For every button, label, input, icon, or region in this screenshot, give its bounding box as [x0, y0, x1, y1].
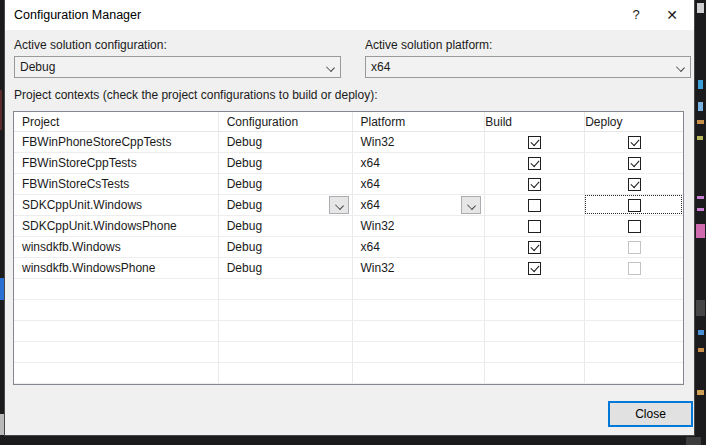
deploy-checkbox[interactable]: [628, 220, 641, 233]
project-cell[interactable]: SDKCppUnit.Windows: [14, 195, 219, 216]
build-cell[interactable]: [485, 132, 585, 153]
background-app-sliver: [698, 348, 704, 352]
empty-cell: [14, 279, 219, 300]
project-cell[interactable]: winsdkfb.Windows: [14, 237, 219, 258]
empty-cell: [353, 342, 486, 363]
table-row: SDKCppUnit.WindowsPhoneDebugWin32: [14, 216, 683, 237]
configuration-cell[interactable]: Debug: [219, 195, 353, 216]
configuration-cell[interactable]: Debug: [219, 216, 353, 237]
column-header-build[interactable]: Build: [485, 112, 585, 132]
deploy-cell[interactable]: [585, 153, 683, 174]
deploy-checkbox[interactable]: [628, 157, 641, 170]
build-cell[interactable]: [485, 195, 585, 216]
empty-cell: [219, 300, 353, 321]
empty-cell: [353, 321, 486, 342]
build-cell[interactable]: [485, 174, 585, 195]
deploy-checkbox[interactable]: [628, 136, 641, 149]
close-button[interactable]: Close: [608, 401, 693, 427]
deploy-cell[interactable]: [585, 216, 683, 237]
close-icon[interactable]: ✕: [656, 0, 688, 30]
build-checkbox[interactable]: [528, 136, 541, 149]
table-row: FBWinPhoneStoreCppTestsDebugWin32: [14, 132, 683, 153]
build-checkbox[interactable]: [528, 199, 541, 212]
background-app-sliver: [697, 3, 704, 13]
help-icon[interactable]: ?: [620, 0, 652, 30]
empty-cell: [219, 363, 353, 384]
build-cell[interactable]: [485, 216, 585, 237]
configuration-cell[interactable]: Debug: [219, 174, 353, 195]
platform-cell[interactable]: Win32: [353, 132, 486, 153]
empty-cell: [353, 363, 486, 384]
build-checkbox[interactable]: [528, 220, 541, 233]
empty-cell: [585, 363, 683, 384]
empty-table-row: [14, 279, 683, 300]
empty-cell: [485, 300, 585, 321]
background-app-sliver: [0, 90, 2, 130]
grid-header: ProjectConfigurationPlatformBuildDeploy: [14, 112, 683, 132]
project-cell[interactable]: SDKCppUnit.WindowsPhone: [14, 216, 219, 237]
empty-cell: [585, 279, 683, 300]
project-cell[interactable]: winsdkfb.WindowsPhone: [14, 258, 219, 279]
active-solution-platform-select[interactable]: x64: [365, 56, 691, 78]
deploy-cell[interactable]: [585, 258, 683, 279]
build-cell[interactable]: [485, 258, 585, 279]
project-cell[interactable]: FBWinStoreCsTests: [14, 174, 219, 195]
column-header-project[interactable]: Project: [14, 112, 219, 132]
empty-cell: [219, 342, 353, 363]
deploy-checkbox[interactable]: [628, 178, 641, 191]
project-cell[interactable]: FBWinStoreCppTests: [14, 153, 219, 174]
background-app-sliver: [697, 196, 704, 199]
build-cell[interactable]: [485, 237, 585, 258]
build-checkbox[interactable]: [528, 241, 541, 254]
configuration-dropdown-button[interactable]: [329, 196, 349, 214]
column-header-platform[interactable]: Platform: [353, 112, 486, 132]
platform-cell[interactable]: Win32: [353, 216, 486, 237]
empty-cell: [219, 279, 353, 300]
column-header-configuration[interactable]: Configuration: [219, 112, 353, 132]
platform-cell[interactable]: x64: [353, 195, 486, 216]
build-checkbox[interactable]: [528, 178, 541, 191]
grid-body: FBWinPhoneStoreCppTestsDebugWin32FBWinSt…: [14, 132, 683, 384]
empty-cell: [485, 321, 585, 342]
empty-cell: [485, 363, 585, 384]
table-row: SDKCppUnit.WindowsDebugx64: [14, 195, 683, 216]
background-app-sliver: [696, 300, 705, 316]
deploy-cell[interactable]: [585, 237, 683, 258]
empty-table-row: [14, 321, 683, 342]
platform-dropdown-button[interactable]: [461, 196, 481, 214]
deploy-cell[interactable]: [585, 195, 683, 216]
background-app-sliver: [697, 120, 704, 124]
empty-cell: [585, 342, 683, 363]
project-contexts-grid: ProjectConfigurationPlatformBuildDeploy …: [13, 111, 684, 385]
build-cell[interactable]: [485, 153, 585, 174]
deploy-cell[interactable]: [585, 174, 683, 195]
configuration-manager-dialog: Configuration Manager ? ✕ Active solutio…: [4, 0, 695, 436]
chevron-down-icon: [327, 64, 334, 71]
active-solution-configuration-label: Active solution configuration:: [14, 38, 167, 52]
deploy-checkbox[interactable]: [628, 199, 641, 212]
background-app-sliver: [697, 136, 703, 140]
active-solution-platform-label: Active solution platform:: [365, 38, 492, 52]
platform-cell[interactable]: x64: [353, 237, 486, 258]
build-checkbox[interactable]: [528, 157, 541, 170]
project-cell[interactable]: FBWinPhoneStoreCppTests: [14, 132, 219, 153]
background-app-sliver: [698, 80, 703, 89]
configuration-cell[interactable]: Debug: [219, 132, 353, 153]
platform-cell[interactable]: Win32: [353, 258, 486, 279]
empty-cell: [14, 363, 219, 384]
configuration-cell[interactable]: Debug: [219, 237, 353, 258]
build-checkbox[interactable]: [528, 262, 541, 275]
background-app-sliver: [686, 437, 701, 445]
column-header-deploy[interactable]: Deploy: [585, 112, 683, 132]
platform-cell[interactable]: x64: [353, 174, 486, 195]
empty-cell: [485, 342, 585, 363]
active-solution-configuration-select[interactable]: Debug: [14, 56, 341, 78]
configuration-cell[interactable]: Debug: [219, 258, 353, 279]
background-app-sliver: [697, 390, 704, 395]
empty-cell: [585, 321, 683, 342]
project-contexts-caption: Project contexts (check the project conf…: [14, 88, 378, 102]
configuration-cell[interactable]: Debug: [219, 153, 353, 174]
deploy-cell[interactable]: [585, 132, 683, 153]
platform-cell[interactable]: x64: [353, 153, 486, 174]
empty-cell: [14, 342, 219, 363]
